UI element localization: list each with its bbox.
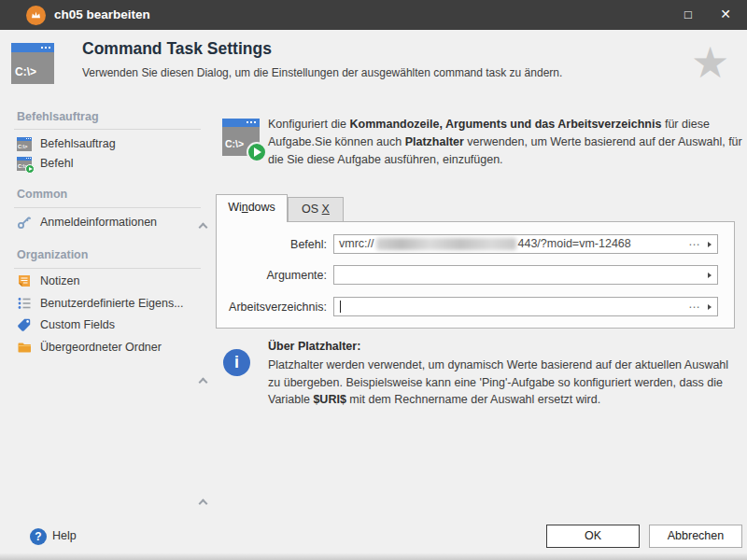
page-title: Command Task Settings bbox=[82, 39, 272, 59]
sidebar-section-befehlsauftrag[interactable]: Befehlsauftrag bbox=[17, 110, 194, 123]
info-heading: Über Platzhalter: bbox=[268, 340, 360, 353]
argumente-input[interactable] bbox=[333, 265, 718, 285]
close-button[interactable]: ✕ bbox=[708, 0, 743, 30]
sidebar-item-label: Custom Fields bbox=[40, 318, 115, 331]
crown-glyph bbox=[30, 9, 42, 21]
terminal-prompt-text: C:\> bbox=[15, 65, 36, 78]
command-prompt-icon: C:\> bbox=[11, 43, 54, 84]
favorite-star-icon[interactable]: ★ bbox=[691, 41, 729, 84]
window-bottom-edge bbox=[0, 553, 747, 560]
arbeitsverzeichnis-input[interactable]: … bbox=[333, 297, 718, 316]
window-title: ch05 bearbeiten bbox=[54, 0, 150, 30]
sidebar-item-label: Befehlsauftrag bbox=[40, 137, 116, 150]
befehl-value-prefix: vmrc:// bbox=[339, 237, 374, 250]
title-bar: ch05 bearbeiten □ ✕ bbox=[0, 0, 747, 30]
info-icon: i bbox=[223, 349, 250, 376]
flyout-arrow-icon[interactable] bbox=[708, 242, 712, 247]
text-caret bbox=[340, 301, 341, 313]
terminal-run-icon: C:\> bbox=[17, 157, 32, 171]
chevron-up-icon bbox=[199, 223, 208, 232]
section-title: Organization bbox=[17, 248, 88, 261]
tag-icon bbox=[17, 317, 32, 332]
key-icon bbox=[17, 215, 32, 230]
redacted-value bbox=[376, 238, 516, 250]
help-link[interactable]: Help bbox=[52, 529, 77, 542]
maximize-button[interactable]: □ bbox=[670, 0, 706, 30]
ok-button[interactable]: OK bbox=[546, 525, 640, 548]
sidebar-item-anmeldeinformationen[interactable]: Anmeldeinformationen bbox=[17, 213, 157, 231]
divider bbox=[14, 129, 201, 130]
chevron-up-icon bbox=[199, 378, 208, 387]
sidebar-item-label: Benutzerdefinierte Eigens... bbox=[40, 297, 184, 310]
command-run-icon: C:\> bbox=[222, 119, 260, 156]
divider bbox=[14, 207, 201, 208]
terminal-titlebar bbox=[11, 43, 54, 52]
sidebar-item-notizen[interactable]: Notizen bbox=[17, 272, 79, 290]
sidebar-section-common[interactable]: Common bbox=[17, 188, 194, 201]
section-title: Common bbox=[17, 188, 67, 201]
list-icon bbox=[17, 296, 32, 311]
sidebar-item-benutzerdefinierte-eigenschaften[interactable]: Benutzerdefinierte Eigens... bbox=[17, 294, 184, 313]
sidebar-item-befehl[interactable]: C:\> Befehl bbox=[17, 154, 73, 173]
help-icon[interactable]: ? bbox=[30, 528, 47, 545]
befehl-label: Befehl: bbox=[220, 235, 327, 254]
flyout-arrow-icon[interactable] bbox=[708, 273, 712, 278]
play-badge-icon bbox=[247, 142, 267, 162]
app-icon bbox=[26, 6, 46, 25]
argumente-label: Argumente: bbox=[220, 266, 327, 285]
sidebar-item-befehlsauftrag[interactable]: C:\> Befehlsauftrag bbox=[17, 134, 116, 153]
befehl-input[interactable]: vmrc://443/?moid=vm-12468 … bbox=[333, 234, 718, 254]
sidebar-item-uebergeordneter-ordner[interactable]: Übergeordneter Ordner bbox=[17, 338, 162, 357]
befehl-value-suffix: 443/?moid=vm-12468 bbox=[518, 237, 631, 250]
browse-ellipsis-button[interactable]: … bbox=[688, 234, 699, 250]
sidebar-item-label: Befehl bbox=[40, 157, 73, 170]
tab-os-x[interactable]: OS X bbox=[288, 197, 344, 221]
sidebar-item-label: Anmeldeinformationen bbox=[40, 216, 157, 229]
divider bbox=[14, 268, 201, 269]
sidebar-item-custom-fields[interactable]: Custom Fields bbox=[17, 315, 115, 334]
intro-description: Konfiguriert die Kommandozeile, Argument… bbox=[268, 116, 744, 169]
tab-windows[interactable]: Windows bbox=[216, 194, 288, 222]
cancel-button[interactable]: Abbrechen bbox=[649, 525, 742, 548]
section-title: Befehlsauftrag bbox=[17, 110, 99, 123]
sidebar-item-label: Übergeordneter Ordner bbox=[40, 341, 162, 354]
browse-ellipsis-button[interactable]: … bbox=[688, 297, 699, 313]
play-badge-icon bbox=[25, 164, 35, 174]
sidebar-section-organization[interactable]: Organization bbox=[17, 248, 194, 261]
folder-icon bbox=[17, 340, 32, 355]
page-subtitle: Verwenden Sie diesen Dialog, um die Eins… bbox=[82, 66, 562, 79]
flyout-arrow-icon[interactable] bbox=[708, 304, 712, 310]
sidebar-item-label: Notizen bbox=[40, 274, 79, 287]
chevron-up-icon bbox=[199, 499, 208, 509]
terminal-window-icon: C:\> bbox=[17, 137, 32, 151]
info-text: Platzhalter werden verwendet, um dynamis… bbox=[268, 357, 740, 409]
note-icon bbox=[17, 273, 32, 288]
arbeitsverzeichnis-label: Arbeitsverzeichnis: bbox=[220, 298, 327, 316]
